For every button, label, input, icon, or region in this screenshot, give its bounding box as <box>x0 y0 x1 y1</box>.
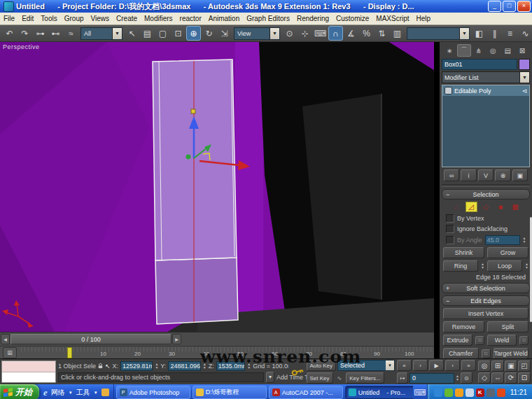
chevron-down-icon[interactable]: ▼ <box>94 391 98 395</box>
set-key-curve-icon[interactable]: ∿ <box>335 373 345 383</box>
tab-display[interactable]: ▤ <box>500 44 514 57</box>
mini-curve-editor-button[interactable]: ⊞ <box>3 347 17 358</box>
time-forward-arrow[interactable]: ▶ <box>172 334 181 344</box>
listener-macro-row[interactable] <box>2 361 55 372</box>
tab-modify[interactable]: ⌒ <box>457 44 471 57</box>
ring-spinner[interactable]: ▲▼ <box>481 262 484 270</box>
tray-gray-icon[interactable] <box>486 388 495 397</box>
menu-item[interactable]: MAXScript <box>372 14 412 23</box>
task-3dsmax-active[interactable]: Untitled - Pro... <box>345 386 413 399</box>
task-photoshop[interactable]: P Adobe Photoshop <box>116 386 190 399</box>
named-selection-dropdown[interactable]: ▼ <box>407 27 470 40</box>
pin-stack-icon[interactable]: ∞ <box>444 169 459 181</box>
tab-utilities[interactable]: ⊠ <box>515 44 529 57</box>
modifier-list-dropdown[interactable]: Modifier List ▼ <box>442 71 530 83</box>
menu-item[interactable]: File <box>0 14 18 23</box>
go-to-start-button[interactable]: « <box>397 360 412 371</box>
time-configuration-button[interactable]: ⊙ <box>461 372 472 384</box>
extrude-settings-button[interactable]: □ <box>475 336 484 345</box>
make-unique-icon[interactable]: V <box>478 169 493 181</box>
menu-item[interactable]: Graph Editors <box>243 14 293 23</box>
current-frame-marker[interactable] <box>67 347 72 358</box>
perspective-viewport[interactable]: Perspective <box>0 42 434 332</box>
close-button[interactable]: × <box>517 1 531 12</box>
menu-item[interactable]: Group <box>61 14 88 23</box>
reference-coordsys-dropdown[interactable]: View ▼ <box>234 27 280 40</box>
select-object-icon[interactable]: ↖ <box>125 26 139 41</box>
task-autocad[interactable]: A AutoCAD 2007 -... <box>269 386 343 399</box>
remove-modifier-icon[interactable]: ⊗ <box>495 169 510 181</box>
menu-item[interactable]: Help <box>413 14 435 23</box>
keyboard-shortcut-toggle-icon[interactable]: ⌨ <box>313 26 328 41</box>
go-to-end-button[interactable]: » <box>461 360 476 371</box>
quick-launch-tools[interactable]: 工具 <box>76 388 90 398</box>
quick-launch-network[interactable]: 网络 <box>51 388 65 398</box>
selection-lock-icon[interactable] <box>98 363 103 370</box>
zoom-extents-icon[interactable]: ▣ <box>505 360 517 372</box>
grow-button[interactable]: Grow <box>487 247 528 258</box>
menu-item[interactable]: Create <box>113 14 141 23</box>
layer-manager-icon[interactable]: ≡ <box>503 26 517 41</box>
rectangular-region-icon[interactable]: ▢ <box>155 26 170 41</box>
modifier-stack[interactable]: Editable Poly ⊲ <box>442 85 530 167</box>
insert-vertex-button[interactable]: Insert Vertex <box>443 308 528 319</box>
chevron-down-icon[interactable]: ▼ <box>112 28 122 39</box>
language-keyboard-icon[interactable]: ⌨ <box>413 388 427 398</box>
target-weld-button[interactable]: Target Weld <box>493 348 529 358</box>
selection-rollout-header[interactable]: − Selection <box>442 189 530 200</box>
time-slider-handle[interactable]: 0 / 100 <box>10 334 172 344</box>
viewport-label[interactable]: Perspective <box>3 43 40 50</box>
tab-motion[interactable]: ◎ <box>486 44 500 57</box>
start-button[interactable]: 开始 <box>0 384 39 399</box>
chamfer-button[interactable]: Chamfer <box>443 348 479 358</box>
object-name-field[interactable]: Box01 <box>442 59 517 70</box>
soft-selection-rollout-header[interactable]: + Soft Selection <box>442 283 530 293</box>
time-back-arrow[interactable]: ◀ <box>1 334 10 344</box>
edge-subobject-icon[interactable]: ◿ <box>465 202 477 212</box>
curve-editor-icon[interactable]: ∿ <box>518 26 532 41</box>
chevron-down-icon[interactable]: ▼ <box>270 28 279 39</box>
mirror-icon[interactable]: ◧ <box>472 26 486 41</box>
menu-item[interactable]: Modifiers <box>141 14 176 23</box>
by-angle-value-field[interactable]: 45.0 <box>485 235 520 245</box>
menu-item[interactable]: Views <box>88 14 113 23</box>
window-crossing-icon[interactable]: ⊡ <box>171 26 186 41</box>
vertex-subobject-icon[interactable]: ∴ <box>451 202 463 212</box>
key-mode-toggle[interactable]: ↦ <box>397 372 408 384</box>
redo-icon[interactable]: ↷ <box>18 26 32 41</box>
border-subobject-icon[interactable]: ◇ <box>480 202 492 212</box>
stack-entry-editable-poly[interactable]: Editable Poly ⊲ <box>442 85 529 96</box>
tray-qq-icon[interactable] <box>455 388 463 397</box>
angle-snap-icon[interactable]: ∡ <box>344 26 358 41</box>
frame-spinner[interactable]: ▲▼ <box>456 374 459 382</box>
menu-item[interactable]: Tools <box>37 14 60 23</box>
field-of-view-icon[interactable]: ◇ <box>478 372 491 384</box>
chevron-down-icon[interactable]: ▼ <box>459 28 469 39</box>
play-button[interactable]: ▶ <box>429 360 444 371</box>
tray-blue-icon[interactable] <box>434 388 442 397</box>
chevron-down-icon[interactable]: ▼ <box>69 391 73 395</box>
weld-settings-button[interactable]: □ <box>519 336 528 345</box>
edit-edges-rollout-header[interactable]: − Edit Edges <box>442 295 530 306</box>
loop-spinner[interactable]: ▲▼ <box>525 262 528 270</box>
snaps-toggle-icon[interactable]: ∩ <box>328 26 343 41</box>
unlink-selection-icon[interactable]: ⊷ <box>48 26 63 41</box>
viewport-canvas[interactable] <box>0 42 434 332</box>
spinner-arrows[interactable]: ▲▼ <box>523 237 526 244</box>
select-and-link-icon[interactable]: ⊶ <box>33 26 48 41</box>
chevron-down-icon[interactable]: ▼ <box>519 72 529 83</box>
set-key-button[interactable]: Set Key <box>307 372 333 384</box>
ring-button[interactable]: Ring <box>443 260 478 272</box>
remove-button[interactable]: Remove <box>443 321 484 332</box>
tab-hierarchy[interactable]: ⋔ <box>472 44 486 57</box>
listener-script-row[interactable] <box>2 372 55 383</box>
select-and-move-icon[interactable]: ⊕ <box>186 26 201 41</box>
menu-item[interactable]: reactor <box>176 14 205 23</box>
shrink-button[interactable]: Shrink <box>443 247 484 258</box>
tab-create[interactable]: ∗ <box>442 44 456 57</box>
bind-to-spacewarp-icon[interactable]: ≈ <box>64 26 78 41</box>
arc-rotate-icon[interactable]: ⟳ <box>505 372 517 384</box>
zoom-extents-all-icon[interactable]: ◰ <box>518 360 531 372</box>
tray-k-icon[interactable]: K <box>476 388 484 397</box>
use-pivot-center-icon[interactable]: ⊙ <box>282 26 297 41</box>
